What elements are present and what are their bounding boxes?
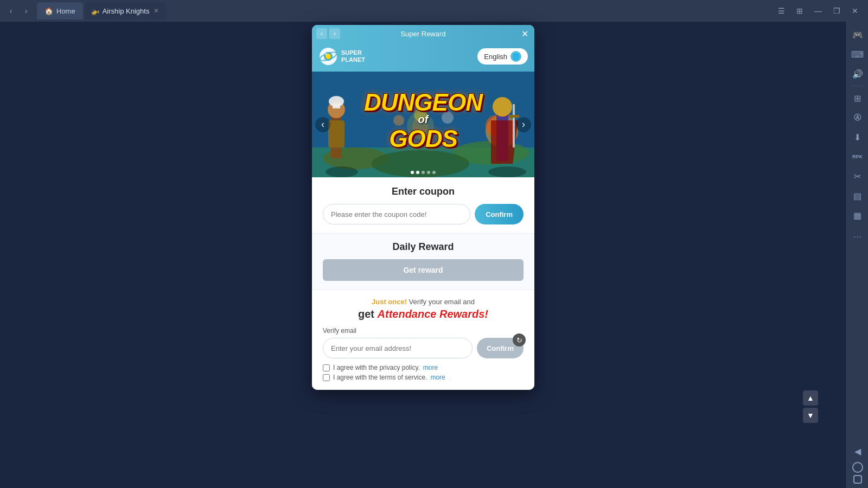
panel-icon-volume[interactable]: 🔊 — [849, 65, 866, 82]
close-button[interactable]: ✕ — [846, 4, 864, 17]
privacy-text: I agree with the privacy policy. — [333, 364, 420, 371]
panel-icon-circle[interactable] — [852, 462, 863, 473]
privacy-checkbox[interactable] — [323, 364, 330, 371]
popup-close-button[interactable]: ✕ — [519, 28, 530, 39]
scroll-up-button[interactable]: ▲ — [803, 390, 818, 406]
popup-titlebar: ‹ › Super Reward ✕ — [312, 25, 534, 42]
panel-icon-user[interactable]: Ⓐ — [849, 109, 866, 126]
popup-header: SUPERPLANET English 🌐 — [312, 42, 534, 72]
banner-title-gods: GODS — [364, 125, 482, 152]
grid-icon-btn[interactable]: ⊞ — [791, 4, 808, 17]
email-row: Confirm ↻ — [323, 338, 524, 358]
just-once-text: Just once! — [372, 298, 407, 306]
terms-checkbox[interactable] — [323, 374, 330, 381]
super-reward-popup: ‹ › Super Reward ✕ SUPERPLANET English — [312, 25, 534, 390]
tab-home-label: Home — [56, 7, 75, 15]
banner-next-button[interactable]: › — [516, 117, 531, 132]
panel-icon-table[interactable]: ▦ — [849, 207, 866, 224]
popup-back-button[interactable]: ‹ — [316, 28, 327, 39]
svg-point-18 — [488, 166, 526, 177]
banner-dot-3[interactable] — [422, 171, 425, 174]
get-text: get — [358, 308, 378, 320]
restore-button[interactable]: ❐ — [828, 4, 845, 17]
daily-reward-title: Daily Reward — [323, 241, 524, 253]
coupon-input[interactable] — [323, 204, 470, 224]
tab-airship-knights[interactable]: 🚁 Airship Knights ✕ — [85, 2, 166, 20]
tab-home[interactable]: 🏠 Home — [37, 2, 83, 20]
menu-icon-btn[interactable]: ☰ — [773, 4, 790, 17]
terms-text: I agree with the terms of service. — [333, 374, 427, 381]
scroll-down-button[interactable]: ▼ — [803, 408, 818, 423]
coupon-section: Enter coupon Confirm — [312, 177, 534, 234]
language-label: English — [484, 53, 507, 61]
svg-point-12 — [326, 166, 358, 177]
panel-icon-arrow-left[interactable]: ◀ — [849, 442, 866, 460]
attendance-rewards-text: Attendance Rewards! — [378, 308, 489, 320]
banner-dot-4[interactable] — [427, 171, 430, 174]
browser-window-controls: ☰ ⊞ — ❐ ✕ — [773, 0, 868, 22]
attendance-section: Just once! Verify your email and get Att… — [312, 290, 534, 390]
banner-dots — [411, 171, 436, 174]
globe-icon: 🌐 — [510, 51, 521, 62]
browser-bar: ‹ › 🏠 Home 🚁 Airship Knights ✕ ☰ ⊞ — ❐ ✕ — [0, 0, 868, 22]
coupon-section-title: Enter coupon — [323, 186, 524, 197]
coupon-confirm-button[interactable]: Confirm — [475, 204, 524, 224]
refresh-button[interactable]: ↻ — [513, 333, 526, 346]
svg-point-20 — [493, 97, 512, 117]
svg-rect-15 — [328, 120, 344, 147]
panel-icon-rpk[interactable]: RPK — [849, 148, 866, 165]
banner-dot-2[interactable] — [416, 171, 419, 174]
banner-dot-1[interactable] — [411, 171, 414, 174]
panel-icon-scissors[interactable]: ✂ — [849, 168, 866, 185]
get-reward-button[interactable]: Get reward — [323, 259, 524, 281]
terms-checkbox-row: I agree with the terms of service. more — [323, 374, 524, 381]
right-panel: 🎮 ⌨ 🔊 ⊞ Ⓐ ⬇ RPK ✂ ▤ ▦ … ◀ — [846, 22, 868, 488]
coupon-row: Confirm — [323, 204, 524, 224]
attendance-title: get Attendance Rewards! — [323, 308, 524, 320]
scroll-arrows: ▲ ▼ — [803, 390, 818, 423]
popup-title: Super Reward — [400, 30, 445, 38]
svg-rect-22 — [508, 115, 519, 118]
super-planet-logo: SUPERPLANET — [318, 47, 365, 66]
daily-reward-section: Daily Reward Get reward — [312, 234, 534, 290]
privacy-more-link[interactable]: more — [423, 364, 438, 371]
back-button[interactable]: ‹ — [4, 4, 17, 17]
home-icon: 🏠 — [44, 7, 53, 15]
panel-icon-gamepad[interactable]: 🎮 — [849, 26, 866, 43]
panel-icon-more[interactable]: … — [849, 226, 866, 243]
game-banner: DUNGEON of GODS ‹ › — [312, 72, 534, 177]
main-area: ‹ › Super Reward ✕ SUPERPLANET English — [0, 22, 846, 488]
intro-rest-text: Verify your email and — [407, 298, 475, 306]
panel-icon-download[interactable]: ⬇ — [849, 129, 866, 146]
svg-rect-21 — [513, 104, 515, 147]
game-icon: 🚁 — [91, 7, 99, 15]
popup-nav: ‹ › — [316, 28, 340, 39]
banner-title-group: DUNGEON of GODS — [364, 91, 482, 153]
language-button[interactable]: English 🌐 — [477, 48, 528, 65]
terms-more-link[interactable]: more — [430, 374, 445, 381]
minimize-button[interactable]: — — [809, 4, 827, 17]
panel-icon-grid[interactable]: ▤ — [849, 187, 866, 204]
banner-prev-button[interactable]: ‹ — [315, 117, 330, 132]
tab-close-icon[interactable]: ✕ — [152, 7, 160, 15]
panel-icon-resize[interactable]: ⊞ — [849, 89, 866, 107]
verify-email-label: Verify email — [323, 327, 524, 335]
tab-airship-label: Airship Knights — [103, 7, 150, 15]
forward-button[interactable]: › — [20, 4, 33, 17]
panel-divider-1 — [851, 86, 864, 86]
banner-title-dungeon: DUNGEON — [364, 91, 482, 114]
panel-icon-keyboard[interactable]: ⌨ — [849, 46, 866, 63]
nav-arrows: ‹ › — [4, 4, 33, 17]
banner-dot-5[interactable] — [432, 171, 436, 174]
logo-svg — [318, 47, 338, 66]
email-input[interactable] — [323, 338, 473, 358]
attendance-intro: Just once! Verify your email and — [323, 298, 524, 306]
svg-rect-17 — [333, 104, 340, 108]
popup-forward-button[interactable]: › — [329, 28, 340, 39]
panel-icon-square[interactable] — [853, 475, 862, 484]
svg-point-4 — [325, 53, 327, 55]
logo-text: SUPERPLANET — [341, 49, 365, 63]
privacy-checkbox-row: I agree with the privacy policy. more — [323, 364, 524, 371]
